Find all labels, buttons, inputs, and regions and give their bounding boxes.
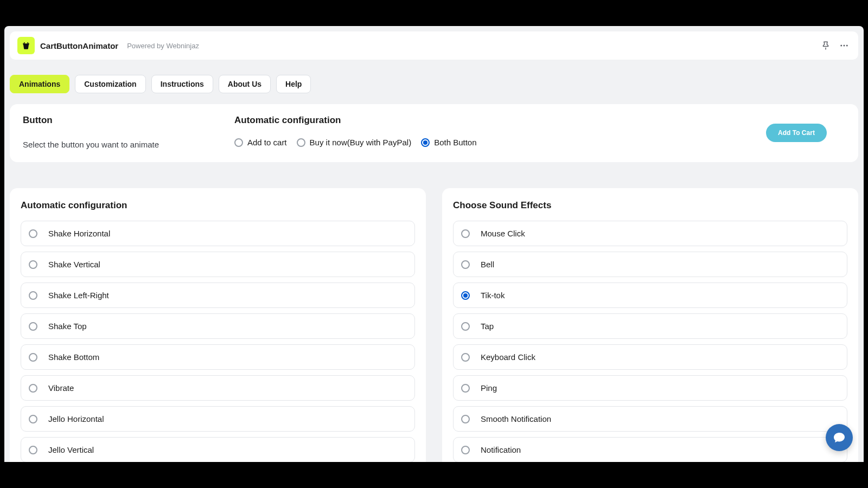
option-label: Mouse Click <box>481 229 525 238</box>
radio-icon <box>461 353 470 362</box>
svg-point-2 <box>846 45 848 47</box>
tab-about-us[interactable]: About Us <box>219 75 271 93</box>
animation-option[interactable]: Shake Bottom <box>21 344 415 370</box>
option-label: Shake Top <box>48 322 87 331</box>
radio-icon <box>29 229 37 238</box>
sound-option[interactable]: Mouse Click <box>453 221 847 246</box>
sound-option[interactable]: Bell <box>453 252 847 277</box>
option-label: Ping <box>481 383 497 393</box>
more-icon[interactable] <box>838 39 851 52</box>
app-logo <box>17 37 35 54</box>
radio-icon <box>461 260 470 269</box>
radio-icon <box>29 291 37 300</box>
svg-point-0 <box>840 45 842 47</box>
sound-option[interactable]: Smooth Notification <box>453 406 847 432</box>
option-label: Keyboard Click <box>481 352 535 362</box>
sound-option[interactable]: Ping <box>453 375 847 401</box>
sound-effects-panel: Choose Sound Effects Mouse ClickBellTik-… <box>442 188 858 462</box>
option-label: Shake Left-Right <box>48 291 109 300</box>
sound-option[interactable]: Tap <box>453 313 847 339</box>
radio-icon <box>29 322 37 331</box>
animation-panel-title: Automatic configuration <box>21 200 415 211</box>
button-type-option[interactable]: Buy it now(Buy with PayPal) <box>297 138 412 147</box>
button-type-option[interactable]: Both Button <box>421 138 476 147</box>
svg-point-1 <box>844 45 845 47</box>
radio-icon <box>421 138 430 147</box>
button-type-radio-group: Add to cartBuy it now(Buy with PayPal)Bo… <box>234 138 748 147</box>
radio-label: Buy it now(Buy with PayPal) <box>310 138 412 147</box>
config-columns: Automatic configuration Shake Horizontal… <box>10 188 858 462</box>
radio-label: Add to cart <box>247 138 287 147</box>
option-label: Shake Vertical <box>48 260 100 269</box>
option-label: Jello Vertical <box>48 445 94 454</box>
radio-icon <box>461 291 470 300</box>
option-label: Tik-tok <box>481 291 505 300</box>
option-label: Tap <box>481 322 494 331</box>
preview-add-to-cart-button[interactable]: Add To Cart <box>766 124 827 142</box>
radio-icon <box>461 229 470 238</box>
radio-icon <box>29 415 37 423</box>
option-label: Jello Horizontal <box>48 414 104 423</box>
tab-customization[interactable]: Customization <box>75 75 145 93</box>
chat-bubble-button[interactable] <box>826 424 853 451</box>
app-frame: CartButtonAnimator Powered by Webninjaz … <box>4 26 864 462</box>
animation-option[interactable]: Shake Top <box>21 313 415 339</box>
radio-icon <box>461 384 470 393</box>
animation-option[interactable]: Shake Horizontal <box>21 221 415 246</box>
tab-help[interactable]: Help <box>276 75 311 93</box>
button-section-title: Button <box>23 115 234 126</box>
radio-icon <box>461 322 470 331</box>
sound-option[interactable]: Notification <box>453 437 847 462</box>
pin-icon[interactable] <box>819 39 832 52</box>
animation-config-panel: Automatic configuration Shake Horizontal… <box>10 188 426 462</box>
app-header: CartButtonAnimator Powered by Webninjaz <box>10 31 858 60</box>
animation-option[interactable]: Shake Left-Right <box>21 282 415 308</box>
radio-icon <box>29 260 37 269</box>
radio-label: Both Button <box>434 138 476 147</box>
radio-icon <box>297 138 305 147</box>
button-type-option[interactable]: Add to cart <box>234 138 287 147</box>
option-label: Shake Horizontal <box>48 229 110 238</box>
radio-icon <box>461 446 470 454</box>
radio-icon <box>461 415 470 423</box>
tab-animations[interactable]: Animations <box>10 75 69 93</box>
animation-option[interactable]: Vibrate <box>21 375 415 401</box>
radio-icon <box>29 384 37 393</box>
auto-config-title: Automatic configuration <box>234 115 748 126</box>
animation-option[interactable]: Jello Vertical <box>21 437 415 462</box>
option-label: Vibrate <box>48 383 74 393</box>
sound-option[interactable]: Keyboard Click <box>453 344 847 370</box>
tabs-row: AnimationsCustomizationInstructionsAbout… <box>4 60 864 93</box>
app-title: CartButtonAnimator <box>40 41 118 50</box>
option-label: Bell <box>481 260 494 269</box>
radio-icon <box>234 138 243 147</box>
button-section-subtitle: Select the button you want to animate <box>23 140 234 149</box>
powered-by-label: Powered by Webninjaz <box>127 42 199 50</box>
option-label: Smooth Notification <box>481 414 551 423</box>
radio-icon <box>29 353 37 362</box>
animation-option[interactable]: Shake Vertical <box>21 252 415 277</box>
option-label: Shake Bottom <box>48 352 99 362</box>
sound-option[interactable]: Tik-tok <box>453 282 847 308</box>
animation-option[interactable]: Jello Horizontal <box>21 406 415 432</box>
tab-instructions[interactable]: Instructions <box>151 75 213 93</box>
button-section: Button Select the button you want to ani… <box>10 104 858 162</box>
radio-icon <box>29 446 37 454</box>
sound-panel-title: Choose Sound Effects <box>453 200 847 211</box>
option-label: Notification <box>481 445 521 454</box>
